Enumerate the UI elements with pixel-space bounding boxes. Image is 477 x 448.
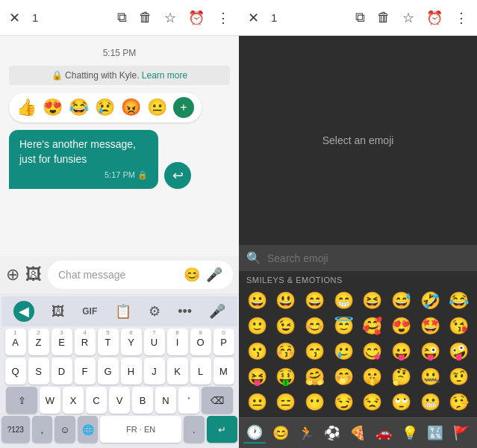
emoji-nav-objects[interactable]: 💡 [399, 423, 421, 443]
close-icon[interactable]: ✕ [9, 10, 20, 26]
key-B[interactable]: B [132, 387, 153, 414]
emoji-no-mouth[interactable]: 😶 [301, 391, 328, 414]
right-more-icon[interactable]: ⋮ [455, 10, 468, 26]
emoji-nav-travel[interactable]: 🚗 [372, 423, 395, 443]
emoji-kissing-heart[interactable]: 😘 [445, 314, 473, 338]
shift-key[interactable]: ⇧ [6, 387, 37, 414]
emoji-nav-activities[interactable]: ⚽ [321, 423, 343, 443]
right-delete-icon[interactable]: 🗑 [377, 10, 390, 25]
delete-icon[interactable]: 🗑 [139, 10, 152, 25]
key-L[interactable]: L [190, 358, 211, 385]
emoji-nav-food[interactable]: 🍕 [346, 423, 369, 443]
comma-key[interactable]: , [32, 416, 53, 443]
key-I[interactable]: 8I [167, 329, 188, 355]
emoji-smile[interactable]: 😄 [301, 289, 328, 313]
key-X[interactable]: X [63, 387, 84, 414]
emoji-search-input[interactable] [267, 252, 470, 264]
key-Z[interactable]: 2Z [28, 329, 49, 355]
alarm-icon[interactable]: ⏰ [188, 10, 205, 26]
emoji-kissing-smiling[interactable]: 😙 [301, 340, 328, 364]
globe-key[interactable]: 🌐 [78, 416, 99, 443]
emoji-laugh[interactable]: 😂 [69, 98, 89, 117]
emoji-grinning[interactable]: 😀 [243, 289, 271, 313]
key-U[interactable]: 7U [144, 329, 165, 355]
emoji-slightly-smiling[interactable]: 🙂 [243, 314, 271, 338]
key-G[interactable]: G [98, 358, 119, 385]
emoji-grimacing[interactable]: 😬 [417, 391, 444, 414]
emoji-star-struck[interactable]: 🤩 [417, 314, 444, 338]
copy-icon[interactable]: ⧉ [117, 10, 127, 25]
key-M[interactable]: M [213, 358, 234, 385]
emoji-nav-flags[interactable]: 🚩 [450, 423, 473, 443]
key-A[interactable]: 1A [5, 329, 26, 355]
emoji-sweat-smile[interactable]: 😅 [387, 289, 415, 313]
emoji-smiley[interactable]: 😃 [272, 289, 300, 313]
key-Q[interactable]: Q [5, 358, 26, 385]
emoji-stuck-out-tongue[interactable]: 😛 [387, 340, 415, 364]
emoji-tongue-wink[interactable]: 😜 [417, 340, 444, 364]
emoji-nav-smileys[interactable]: 😊 [269, 423, 292, 443]
backspace-key[interactable]: ⌫ [202, 387, 233, 414]
emoji-kissing[interactable]: 😗 [243, 340, 271, 364]
emoji-unamused[interactable]: 😒 [359, 391, 387, 414]
add-attachment-icon[interactable]: ⊕ [6, 265, 19, 284]
gif-icon[interactable]: GIF [82, 306, 97, 317]
key-E[interactable]: 3E [52, 329, 72, 355]
more-keyboard-icon[interactable]: ••• [178, 304, 192, 320]
right-copy-icon[interactable]: ⧉ [355, 10, 365, 25]
emoji-angry[interactable]: 😡 [121, 98, 141, 117]
chat-input-field[interactable]: Chat message 😊 🎤 [48, 261, 233, 289]
emoji-neutral[interactable]: 😐 [147, 98, 167, 117]
attach-icon[interactable]: 🖼 [25, 265, 42, 284]
emoji-neutral2[interactable]: 😐 [243, 391, 271, 414]
key-D[interactable]: D [52, 358, 72, 385]
key-N[interactable]: N [155, 387, 176, 414]
emoji-smiling-hearts[interactable]: 🥰 [359, 314, 387, 338]
key-C[interactable]: C [86, 387, 107, 414]
emoji-input-icon[interactable]: 😊 [184, 267, 200, 283]
key-O[interactable]: 9O [190, 329, 211, 355]
key-F[interactable]: F [75, 358, 96, 385]
emoji-rolling-eyes[interactable]: 🙄 [387, 391, 415, 414]
emoji-search-bar[interactable]: 🔍 [239, 245, 477, 271]
emoji-innocent[interactable]: 😇 [330, 314, 358, 338]
emoji-shushing[interactable]: 🤫 [359, 365, 387, 389]
emoji-smirking[interactable]: 😏 [330, 391, 358, 414]
emoji-zipper-mouth[interactable]: 🤐 [417, 365, 444, 389]
mic-input-icon[interactable]: 🎤 [206, 267, 222, 283]
reply-button[interactable]: ↩ [164, 162, 191, 189]
right-alarm-icon[interactable]: ⏰ [426, 10, 443, 26]
more-icon[interactable]: ⋮ [216, 10, 230, 26]
emoji-nav-recent[interactable]: 🕐 [243, 423, 266, 444]
emoji-hugging[interactable]: 🤗 [301, 365, 328, 389]
key-S[interactable]: S [28, 358, 49, 385]
emoji-zany[interactable]: 🤪 [445, 340, 473, 364]
emoji-thinking[interactable]: 🤔 [387, 365, 415, 389]
emoji-yum[interactable]: 😋 [359, 340, 387, 364]
space-key[interactable]: FR · EN [100, 416, 181, 443]
emoji-beaming[interactable]: 😁 [330, 289, 358, 313]
emoji-thumbsup[interactable]: 👍 [16, 98, 37, 117]
key-T[interactable]: 5T [98, 329, 119, 355]
emoji-heart-eyes[interactable]: 😍 [43, 98, 63, 117]
emoji-kissing-closed[interactable]: 😚 [272, 340, 300, 364]
emoji-expressionless[interactable]: 😑 [272, 391, 300, 414]
emoji-money-mouth[interactable]: 🤑 [272, 365, 300, 389]
sticker-icon[interactable]: 🖼 [52, 304, 65, 320]
emoji-rofl[interactable]: 🤣 [417, 289, 444, 313]
emoji-squinting-tongue[interactable]: 😝 [243, 365, 271, 389]
learn-more-link[interactable]: Learn more [142, 70, 187, 81]
emoji-nav-people[interactable]: 🏃 [295, 423, 317, 443]
emoji-winking[interactable]: 😉 [272, 314, 300, 338]
emoji-sad[interactable]: 😢 [95, 98, 115, 117]
star-icon[interactable]: ☆ [164, 10, 176, 26]
emoji-lying[interactable]: 🤥 [445, 391, 473, 414]
emoji-hand-over-mouth[interactable]: 🤭 [330, 365, 358, 389]
emoji-smiling-tear[interactable]: 🥲 [330, 340, 358, 364]
emoji-face-key[interactable]: ☺ [54, 416, 75, 443]
emoji-grin-sweat[interactable]: 😆 [359, 289, 387, 313]
key-K[interactable]: K [167, 358, 188, 385]
emoji-raised-eyebrow[interactable]: 🤨 [445, 365, 473, 389]
right-star-icon[interactable]: ☆ [402, 10, 414, 26]
emoji-joy[interactable]: 😂 [445, 289, 473, 313]
